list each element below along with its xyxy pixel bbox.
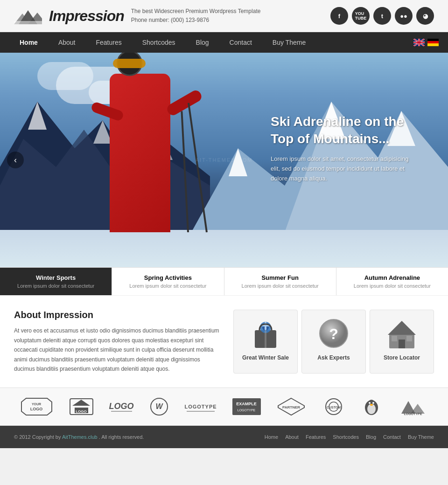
feature-box-1-label: Ask Experts [307, 354, 361, 361]
footer-nav-about[interactable]: About [285, 434, 299, 440]
gift-bag-icon [249, 317, 282, 350]
slide-tab-1-desc: Lorem ipsum dolor sit consectetur [119, 283, 216, 289]
svg-point-64 [372, 402, 374, 404]
site-tagline: The best Widescreen Premium Wordpress Te… [131, 7, 261, 25]
gift-icon-svg [249, 317, 282, 350]
language-flags [413, 39, 439, 46]
hero-watermark: AIT-THEMES.COM [196, 157, 253, 163]
feature-box-1[interactable]: ? Ask Experts [301, 310, 366, 374]
question-mark-icon: ? [317, 317, 350, 350]
svg-text:PARTNER: PARTNER [282, 405, 300, 409]
svg-point-65 [370, 404, 373, 406]
nav-item-features[interactable]: Features [86, 32, 132, 53]
footer-nav: Home About Features Shortcodes Blog Cont… [265, 434, 434, 440]
partner-logo-0: YOUR LOGO [19, 397, 54, 416]
hero-title: Ski Adrenaline on the Top of Mountains..… [271, 113, 411, 147]
slide-tab-3-title: Autumn Adrenaline [344, 274, 441, 281]
partner-logo-9: LOGOTYPE [397, 397, 429, 416]
rss-icon[interactable]: ◕ [416, 7, 434, 25]
feature-box-0-label: Great Winter Sale [238, 354, 293, 361]
logo-mountain-icon [14, 8, 42, 24]
site-header: Impression The best Widescreen Premium W… [0, 0, 448, 32]
svg-rect-13 [427, 39, 439, 41]
skier-figure [91, 53, 222, 232]
feature-box-0[interactable]: Great Winter Sale [233, 310, 298, 374]
feature-boxes: Great Winter Sale ? Ask Experts [233, 310, 434, 374]
svg-rect-36 [399, 340, 405, 348]
partner-logo-7: CUSTOM [321, 397, 347, 416]
partner-logo-4: LOGOTYPE [184, 397, 217, 416]
about-title: About Impression [14, 310, 222, 320]
feature-box-2[interactable]: Store Locator [370, 310, 434, 374]
footer-nav-contact[interactable]: Contact [383, 434, 401, 440]
svg-text:LOGOTYPE: LOGOTYPE [237, 409, 255, 412]
slider-prev-button[interactable]: ‹ [7, 152, 24, 168]
svg-rect-37 [392, 336, 397, 341]
footer-nav-shortcodes[interactable]: Shortcodes [333, 434, 359, 440]
footer-nav-features[interactable]: Features [306, 434, 326, 440]
feature-box-2-label: Store Locator [375, 354, 429, 361]
svg-rect-52 [232, 398, 261, 415]
logo-area: Impression The best Widescreen Premium W… [14, 7, 260, 25]
nav-item-contact[interactable]: Contact [219, 32, 262, 53]
partner-logo-2: LOGO [109, 397, 134, 416]
svg-text:LOGOTYPE: LOGOTYPE [404, 412, 422, 416]
svg-rect-14 [427, 41, 439, 43]
ground-snow [0, 230, 448, 267]
svg-text:W: W [155, 402, 163, 410]
nav-item-home[interactable]: Home [9, 32, 48, 53]
flickr-icon[interactable]: ●● [395, 7, 413, 25]
facebook-icon[interactable]: f [330, 7, 348, 25]
svg-rect-31 [265, 330, 266, 348]
site-footer: © 2012 Copyright by AitThemes.club . All… [0, 426, 448, 448]
footer-nav-blog[interactable]: Blog [366, 434, 376, 440]
youtube-icon[interactable]: YOUTUBE [352, 7, 370, 25]
nav-item-blog[interactable]: Blog [186, 32, 219, 53]
skier-body [110, 74, 170, 232]
hero-slider: Ski Adrenaline on the Top of Mountains..… [0, 53, 448, 267]
footer-nav-home[interactable]: Home [265, 434, 278, 440]
svg-rect-15 [427, 43, 439, 46]
svg-rect-38 [406, 336, 412, 341]
nav-item-about[interactable]: About [48, 32, 86, 53]
social-icons-bar: f YOUTUBE t ●● ◕ [330, 7, 434, 25]
about-section: About Impression At vero eos et accusamu… [14, 310, 222, 374]
site-logo[interactable]: Impression [49, 7, 124, 25]
svg-text:LOGO: LOGO [76, 409, 87, 414]
partner-logo-1: LOGO [69, 397, 94, 416]
house-icon-svg [385, 317, 418, 350]
main-nav: Home About Features Shortcodes Blog Cont… [0, 32, 448, 53]
main-content: About Impression At vero eos et accusamu… [0, 295, 448, 388]
svg-point-63 [369, 402, 371, 404]
footer-brand-link[interactable]: AitThemes.club [62, 434, 98, 440]
flag-uk[interactable] [413, 39, 425, 46]
nav-item-buytheme[interactable]: Buy Theme [262, 32, 316, 53]
ski-pole-left [181, 111, 189, 233]
ski-pole-right [188, 103, 208, 233]
footer-nav-buytheme[interactable]: Buy Theme [408, 434, 434, 440]
svg-marker-43 [72, 400, 90, 406]
slide-tab-0[interactable]: Winter Sports Lorem ipsum dolor sit cons… [0, 268, 112, 295]
flag-germany[interactable] [427, 39, 439, 46]
skier-arm-right [165, 89, 203, 118]
svg-text:LOGOTYPE: LOGOTYPE [184, 404, 217, 409]
svg-text:LOGO: LOGO [109, 402, 133, 411]
slide-tab-2[interactable]: Summer Fun Lorem ipsum dolor sit consect… [224, 268, 336, 295]
slide-tab-3-desc: Lorem ipsum dolor sit consectetur [344, 283, 441, 289]
partner-logo-8 [361, 397, 382, 416]
svg-marker-35 [388, 321, 416, 335]
svg-text:?: ? [329, 326, 338, 342]
svg-text:EXAMPLE: EXAMPLE [236, 402, 257, 406]
partner-logo-5: EXAMPLE LOGOTYPE [231, 397, 262, 416]
footer-copyright: © 2012 Copyright by AitThemes.club . All… [14, 434, 144, 440]
slide-tab-2-desc: Lorem ipsum dolor sit consectetur [232, 283, 329, 289]
partner-logo-6: PARTNER [276, 397, 307, 416]
nav-item-shortcodes[interactable]: Shortcodes [132, 32, 186, 53]
partners-bar: YOUR LOGO LOGO LOGO W LOGOTYPE EXAMPLE L… [0, 388, 448, 426]
slide-tab-3[interactable]: Autumn Adrenaline Lorem ipsum dolor sit … [336, 268, 448, 295]
svg-text:YOUR: YOUR [31, 402, 41, 406]
slide-tab-1[interactable]: Spring Activities Lorem ipsum dolor sit … [112, 268, 224, 295]
twitter-icon[interactable]: t [373, 7, 391, 25]
hero-description: Lorem ipsum dolor sit amet, consectetur … [271, 154, 411, 183]
slide-tab-0-desc: Lorem ipsum dolor sit consectetur [7, 283, 104, 289]
